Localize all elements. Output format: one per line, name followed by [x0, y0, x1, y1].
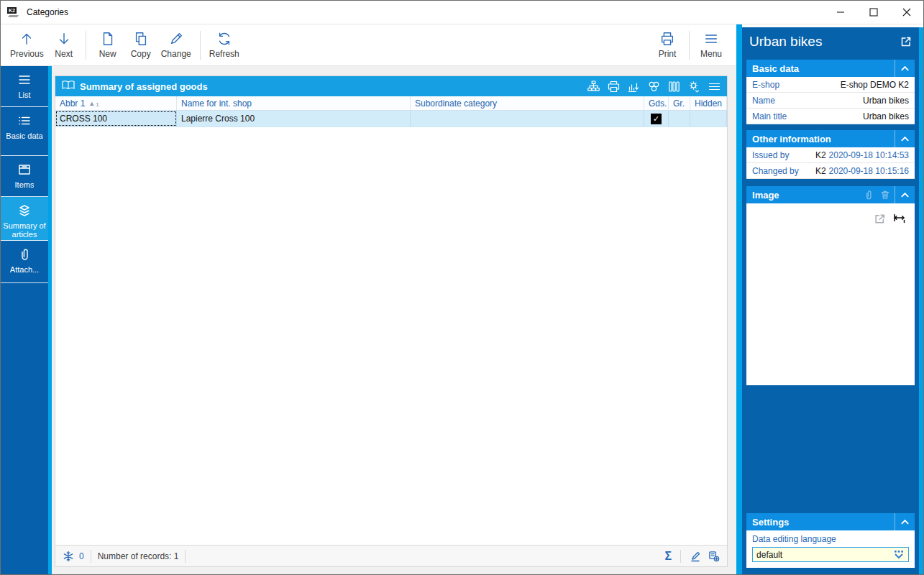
- refresh-button[interactable]: Refresh: [206, 27, 243, 64]
- issued-by-date: 2020-09-18 10:14:53: [829, 150, 909, 160]
- right-edge-strip[interactable]: [919, 24, 923, 574]
- toolbar-separator: [689, 31, 690, 60]
- sidebar-item-items[interactable]: Items: [1, 156, 48, 197]
- chevron-up-icon: [900, 518, 910, 527]
- sum-icon[interactable]: Σ: [664, 551, 672, 562]
- image-header[interactable]: Image: [746, 186, 915, 203]
- minimize-button[interactable]: [824, 1, 857, 24]
- cell-gr[interactable]: [669, 111, 690, 126]
- basic-data-header[interactable]: Basic data: [746, 60, 915, 77]
- print-button[interactable]: Print: [651, 27, 684, 64]
- add-note-icon[interactable]: [708, 551, 720, 562]
- close-button[interactable]: [890, 1, 923, 24]
- sidebar-item-list[interactable]: List: [1, 66, 48, 107]
- other-information-header[interactable]: Other information: [746, 130, 915, 147]
- chevron-up-icon: [900, 64, 910, 73]
- chevron-up-icon: [900, 134, 910, 144]
- open-image-external-icon[interactable]: [874, 213, 886, 228]
- settings-header[interactable]: Settings: [746, 513, 915, 530]
- sidebar-item-summary-of-articles[interactable]: Summary of articles: [1, 197, 48, 241]
- collapse-button[interactable]: [895, 60, 915, 77]
- cell-subordinate[interactable]: [411, 111, 644, 126]
- collapse-button[interactable]: [895, 130, 915, 147]
- cell-name[interactable]: Lapierre Cross 100: [177, 111, 411, 126]
- main-area: Previous Next New Copy Change: [1, 24, 923, 574]
- issued-by-user: K2: [815, 150, 826, 160]
- column-header-subordinate[interactable]: Subordinate category: [411, 96, 644, 110]
- hierarchy-icon[interactable]: [587, 80, 600, 93]
- app-window: K2 Categories Previous: [0, 0, 924, 575]
- field-row-eshop[interactable]: E-shop E-shop DEMO K2: [746, 77, 915, 93]
- app-logo-text: K2: [7, 7, 17, 14]
- window-controls: [824, 1, 923, 24]
- print-table-icon[interactable]: [608, 80, 620, 93]
- cell-hidden[interactable]: [690, 111, 727, 126]
- table-title: Summary of assigned goods: [80, 81, 208, 92]
- arrow-up-icon: [19, 31, 35, 47]
- refresh-icon: [216, 31, 232, 47]
- dropdown-icon: [893, 550, 905, 560]
- field-row-main-title[interactable]: Main title Urban bikes: [746, 109, 915, 124]
- delete-image-icon[interactable]: [880, 190, 890, 200]
- image-section: Image: [746, 186, 915, 385]
- chevron-up-icon: [900, 190, 910, 200]
- chart-icon[interactable]: [628, 80, 640, 93]
- table-row: CROSS 100 Lapierre Cross 100 ✓: [55, 111, 727, 127]
- other-information-section: Other information Issued by K2 2020-09-1…: [746, 130, 915, 179]
- table-status-bar: 0 Number of records: 1 Σ: [55, 545, 727, 566]
- record-title: Urban bikes: [749, 34, 822, 50]
- open-external-icon[interactable]: [900, 36, 912, 47]
- attach-image-icon[interactable]: [864, 190, 874, 200]
- table-settings-icon[interactable]: [688, 80, 700, 93]
- toolbar-separator: [200, 31, 201, 60]
- language-dropdown[interactable]: default: [752, 547, 909, 562]
- next-button[interactable]: Next: [47, 27, 81, 64]
- new-page-icon: [100, 31, 116, 47]
- fit-width-icon[interactable]: [893, 212, 906, 228]
- sidebar-item-basic-data[interactable]: Basic data: [1, 107, 48, 156]
- panel-splitter[interactable]: [736, 24, 742, 574]
- column-header-abbr[interactable]: Abbr 1 ▲ 1: [55, 96, 177, 110]
- column-header-hidden[interactable]: Hidden: [690, 96, 727, 110]
- language-value: default: [756, 550, 782, 560]
- changed-by-user: K2: [815, 166, 826, 176]
- sidebar: List Basic data Items Summary of ar: [1, 66, 52, 574]
- close-icon: [902, 8, 911, 17]
- column-header-gds[interactable]: Gds.: [644, 96, 669, 110]
- menu-button[interactable]: Menu: [695, 27, 728, 64]
- pencil-icon: [168, 31, 184, 47]
- checkbox-checked-icon[interactable]: ✓: [651, 114, 662, 124]
- copy-button[interactable]: Copy: [124, 27, 157, 64]
- field-row-changed-by[interactable]: Changed by K2 2020-09-18 10:15:16: [746, 163, 915, 179]
- collapse-button[interactable]: [895, 513, 915, 530]
- column-header-name[interactable]: Name for int. shop: [177, 96, 411, 110]
- previous-button[interactable]: Previous: [6, 27, 47, 64]
- field-row-issued-by[interactable]: Issued by K2 2020-09-18 10:14:53: [746, 147, 915, 163]
- sort-order: 1: [96, 101, 99, 108]
- gears-icon[interactable]: [648, 80, 660, 93]
- field-row-name[interactable]: Name Urban bikes: [746, 93, 915, 109]
- edit-icon[interactable]: [690, 551, 701, 562]
- filter-count: 0: [79, 551, 84, 561]
- arrow-down-icon: [56, 31, 72, 47]
- work-area: Summary of assigned goods: [52, 66, 736, 574]
- columns-icon[interactable]: [668, 80, 680, 93]
- copy-icon: [133, 31, 149, 47]
- sidebar-item-attachments[interactable]: Attach...: [1, 241, 48, 283]
- maximize-button[interactable]: [857, 1, 890, 24]
- column-header-gr[interactable]: Gr.: [669, 96, 690, 110]
- new-button[interactable]: New: [91, 27, 124, 64]
- toolbar-separator: [86, 31, 86, 60]
- summary-table-panel: Summary of assigned goods: [55, 75, 728, 567]
- menu-icon: [703, 31, 719, 47]
- cell-abbr[interactable]: CROSS 100: [55, 111, 177, 126]
- asterisk-filter-icon[interactable]: [63, 551, 74, 562]
- printer-icon: [659, 31, 675, 47]
- table-menu-icon[interactable]: [708, 80, 721, 93]
- maximize-icon: [869, 8, 878, 17]
- cell-gds[interactable]: ✓: [644, 111, 669, 126]
- change-button[interactable]: Change: [157, 27, 195, 64]
- table-empty-area: [55, 127, 727, 545]
- sort-asc-icon: ▲: [88, 100, 95, 107]
- collapse-button[interactable]: [895, 186, 915, 203]
